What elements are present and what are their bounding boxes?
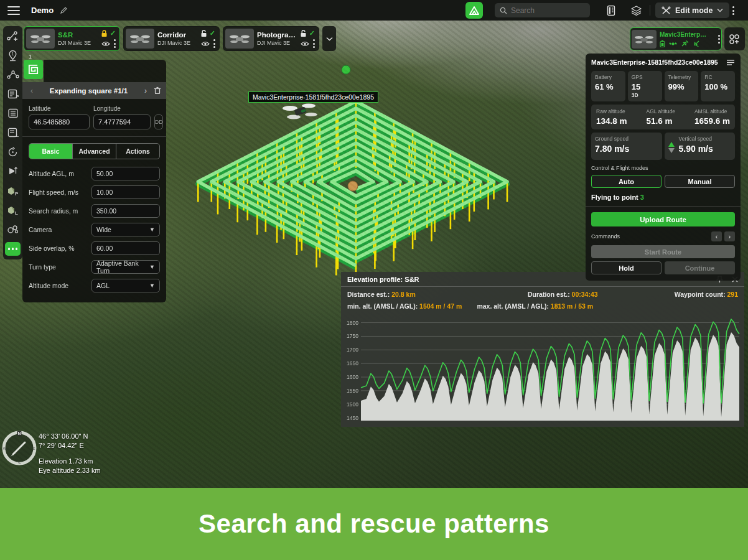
battery-card: Battery 61 % — [591, 71, 625, 101]
app-window: Mavic3Enterprise-1581f5fhd23ce00e1895 De… — [0, 0, 748, 560]
route-menu-icon[interactable] — [313, 39, 315, 48]
start-route-button[interactable]: Start Route — [591, 245, 735, 258]
lidar-area-tool-icon[interactable]: L — [6, 203, 20, 216]
visibility-eye-icon[interactable] — [201, 41, 210, 47]
commands-next-button[interactable]: › — [724, 231, 735, 241]
lock-open-icon[interactable] — [300, 30, 307, 37]
elevation-readout: Elevation 1.73 km — [39, 457, 101, 466]
search-icon — [500, 7, 507, 14]
segment-tabs: Basic Advanced Actions — [29, 143, 160, 159]
coordinate-format-button[interactable]: DD — [154, 114, 163, 129]
more-tools-button[interactable] — [5, 242, 21, 256]
distance-label: Distance est.: — [347, 291, 391, 298]
max-alt-value: 1813 m / 53 m — [551, 302, 593, 310]
svg-text:S: S — [18, 461, 21, 465]
main-menu-icon[interactable] — [7, 6, 20, 15]
path-tool-icon[interactable] — [6, 68, 20, 81]
latitude-label: Latitude — [29, 105, 93, 112]
flight-speed-input[interactable]: 10.00 — [91, 185, 160, 199]
drone-menu-icon[interactable] — [718, 35, 720, 44]
search-box[interactable] — [495, 3, 590, 17]
facade-tool-icon[interactable] — [6, 165, 20, 177]
area-scan-p-tool-icon[interactable]: P — [6, 88, 20, 100]
route-tabs-collapse-button[interactable] — [322, 26, 336, 51]
tab-basic[interactable]: Basic — [29, 144, 72, 159]
continue-button[interactable]: Continue — [665, 261, 735, 274]
circle-tool-icon[interactable] — [6, 146, 20, 158]
elevation-profile-panel: Elevation profile: S&R Distance est.: 20… — [341, 272, 744, 427]
corridor-tool-icon[interactable] — [6, 107, 20, 119]
turn-type-select[interactable]: Adaptive Bank Turn▼ — [91, 260, 160, 274]
altitude-agl-input[interactable]: 50.00 — [91, 167, 160, 180]
duration-value: 00:34:43 — [572, 291, 598, 298]
add-route-icon[interactable] — [6, 30, 20, 42]
route-tab-photogrammetry[interactable]: Photogramm... DJI Mavic 3E ✓ — [223, 26, 319, 51]
connected-drone-card[interactable]: Mavic3Enterprise... — [630, 27, 722, 50]
route-tab-sr[interactable]: S&R DJI Mavic 3E ✓ — [24, 26, 120, 51]
layers-icon[interactable] — [629, 3, 643, 18]
manual-mode-button[interactable]: Manual — [665, 175, 735, 188]
flight-status: Flying to point 3 — [591, 194, 735, 201]
downlink-signal-icon — [693, 40, 701, 47]
route-tab-corridor[interactable]: Corridor DJI Mavic 3E ✓ — [123, 26, 220, 51]
add-drone-button[interactable] — [724, 27, 745, 50]
photogrammetry-tool-icon[interactable]: P — [6, 184, 20, 197]
svg-text:E: E — [32, 447, 35, 450]
telemetry-options-icon[interactable] — [726, 59, 735, 66]
divider — [586, 206, 741, 207]
route-drone-type: DJI Mavic 3E — [157, 40, 197, 46]
edit-title-icon[interactable] — [60, 6, 68, 14]
field-row: Turn type Adaptive Bank Turn▼ — [29, 260, 160, 274]
route-menu-icon[interactable] — [213, 39, 215, 48]
edit-mode-dropdown[interactable]: Edit mode — [655, 2, 729, 18]
topbar-more-menu[interactable] — [726, 3, 741, 18]
tab-actions[interactable]: Actions — [116, 144, 159, 159]
visibility-eye-icon[interactable] — [101, 41, 110, 47]
waypoint-count-label: Waypoint count: — [675, 291, 727, 298]
min-alt-value: 1504 m / 47 m — [419, 302, 462, 310]
auto-mode-button[interactable]: Auto — [591, 175, 662, 188]
synced-check-icon: ✓ — [210, 29, 215, 37]
prev-segment-button[interactable]: ‹ — [27, 86, 36, 95]
compass[interactable]: N E S W — [2, 431, 37, 468]
chevron-down-icon: ▼ — [149, 264, 155, 270]
search-pattern-tool-icon[interactable] — [6, 223, 20, 235]
search-radius-input[interactable]: 350.00 — [91, 204, 160, 218]
commands-prev-button[interactable]: ‹ — [711, 231, 722, 241]
area-scan-l-tool-icon[interactable]: L — [6, 126, 20, 139]
route-name: Corridor — [157, 31, 197, 39]
min-alt-label: min. alt. (AMSL / AGL): — [347, 302, 419, 310]
waypoint-tool-icon[interactable]: 1 — [6, 49, 20, 62]
upload-route-button[interactable]: Upload Route — [591, 212, 735, 226]
longitude-input[interactable] — [93, 114, 151, 129]
modes-label: Control & Flight modes — [591, 165, 735, 171]
tab-advanced[interactable]: Advanced — [72, 144, 116, 159]
delete-segment-icon[interactable] — [154, 86, 161, 95]
visibility-eye-icon[interactable] — [301, 41, 309, 47]
map-home-button[interactable] — [465, 2, 483, 19]
svg-text:1750: 1750 — [347, 333, 358, 339]
descend-arrow-icon — [668, 148, 675, 153]
longitude-label: Longitude — [93, 105, 121, 112]
segment-number: 1 — [29, 54, 32, 60]
svg-text:1600: 1600 — [347, 374, 358, 380]
device-log-icon[interactable] — [604, 3, 619, 18]
search-radius-label: Search radius, m — [29, 207, 91, 215]
next-segment-button[interactable]: › — [141, 86, 150, 95]
project-title: Demo — [31, 6, 54, 15]
lock-open-icon[interactable] — [200, 30, 207, 37]
lock-closed-icon[interactable] — [101, 30, 108, 37]
gps-satellite-icon — [669, 40, 677, 47]
camera-select[interactable]: Wide▼ — [91, 223, 160, 236]
ground-speed-card: Ground speed 7.80 m/s — [591, 133, 662, 160]
drone-map-label: Mavic3Enterprise-1581f5fhd23ce00e1895 — [248, 91, 378, 103]
hold-button[interactable]: Hold — [591, 261, 662, 274]
altitude-mode-select[interactable]: AGL▼ — [91, 279, 160, 292]
route-tabs: S&R DJI Mavic 3E ✓ — [24, 26, 336, 51]
search-input[interactable] — [511, 6, 579, 15]
side-overlap-input[interactable]: 60.00 — [91, 241, 160, 255]
route-menu-icon[interactable] — [114, 39, 116, 48]
expanding-square-segment-button[interactable] — [24, 60, 43, 79]
latitude-input[interactable] — [29, 114, 90, 129]
chevron-down-icon — [717, 8, 723, 12]
